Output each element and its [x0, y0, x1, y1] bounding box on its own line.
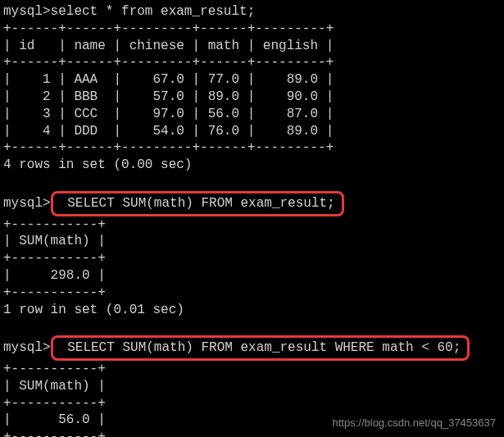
table2-border-mid: +-----------+	[0, 250, 504, 267]
mysql-prompt: mysql>	[3, 195, 51, 212]
table3-border-top: +-----------+	[0, 361, 504, 378]
table1-border-bot: +------+------+---------+------+--------…	[0, 139, 504, 157]
query2-highlight: SELECT SUM(math) FROM exam_result;	[51, 191, 344, 216]
mysql-prompt: mysql>	[3, 339, 51, 357]
table1-border-top: +------+------+---------+------+--------…	[0, 20, 504, 38]
table3-border-mid: +-----------+	[0, 395, 504, 412]
table1-row: | 3 | CCC | 97.0 | 56.0 | 87.0 |	[0, 106, 504, 123]
table1-row: | 4 | DDD | 54.0 | 76.0 | 89.0 |	[0, 123, 504, 140]
query3-highlight: SELECT SUM(math) FROM exam_result WHERE …	[51, 335, 470, 361]
table1-border-mid: +------+------+---------+------+--------…	[0, 54, 504, 71]
mysql-prompt: mysql>	[3, 3, 51, 20]
table2-status: 1 row in set (0.01 sec)	[0, 302, 504, 319]
query1-text: select * from exam_result;	[51, 3, 256, 20]
query2-line[interactable]: mysql> SELECT SUM(math) FROM exam_result…	[0, 191, 504, 216]
table2-border-top: +-----------+	[0, 216, 504, 234]
watermark: https://blog.csdn.net/qq_37453637	[333, 417, 497, 430]
query1-line[interactable]: mysql> select * from exam_result;	[0, 3, 504, 20]
table1-row: | 2 | BBB | 57.0 | 89.0 | 90.0 |	[0, 89, 504, 106]
table2-border-bot: +-----------+	[0, 285, 504, 302]
blank-line	[0, 318, 504, 335]
table3-header: | SUM(math) |	[0, 378, 504, 395]
table1-row: | 1 | AAA | 67.0 | 77.0 | 89.0 |	[0, 71, 504, 89]
table1-header: | id | name | chinese | math | english |	[0, 38, 504, 55]
table2-row: | 298.0 |	[0, 267, 504, 285]
blank-line	[0, 174, 504, 191]
table2-header: | SUM(math) |	[0, 233, 504, 250]
query3-line[interactable]: mysql> SELECT SUM(math) FROM exam_result…	[0, 335, 504, 361]
table1-status: 4 rows in set (0.00 sec)	[0, 157, 504, 174]
